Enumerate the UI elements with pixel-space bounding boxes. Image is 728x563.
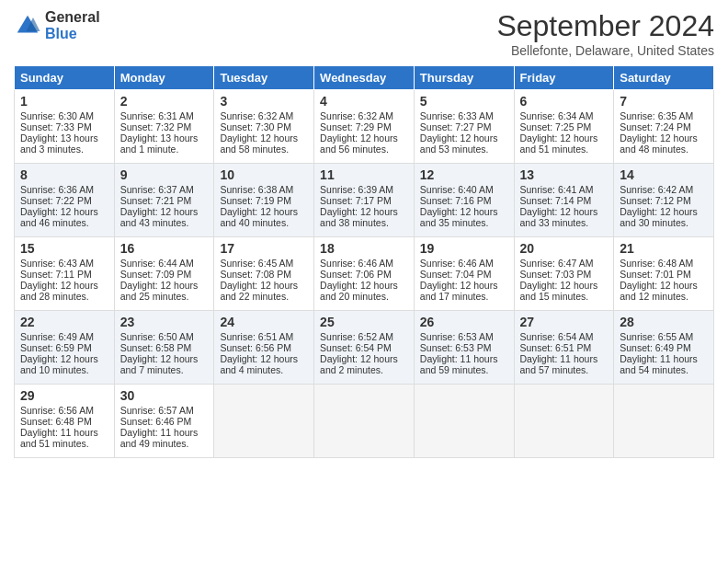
day-info-line: Daylight: 11 hours [120,427,209,438]
day-info-line: Sunset: 6:53 PM [420,342,508,353]
day-number: 6 [520,94,609,109]
day-info-line: Sunrise: 6:46 AM [420,258,508,269]
day-info-line: and 51 minutes. [20,438,108,449]
day-number: 28 [620,315,708,329]
day-info-line: Daylight: 12 hours [320,353,408,364]
day-info-line: Sunset: 7:19 PM [220,195,308,206]
day-info-line: Daylight: 12 hours [320,206,408,217]
day-info-line: Sunset: 7:33 PM [20,121,108,132]
col-monday: Monday [114,66,214,90]
day-info-line: Sunrise: 6:32 AM [220,110,308,121]
title-block: September 2024 Bellefonte, Delaware, Uni… [496,9,714,58]
day-info-line: and 35 minutes. [420,217,508,228]
table-cell: 24Sunrise: 6:51 AMSunset: 6:56 PMDayligh… [214,311,314,385]
day-info-line: Sunset: 7:30 PM [220,121,308,132]
table-cell: 21Sunrise: 6:48 AMSunset: 7:01 PMDayligh… [614,237,714,311]
day-info-line: Sunrise: 6:54 AM [520,331,609,342]
day-number: 20 [520,241,609,256]
day-info-line: Sunrise: 6:40 AM [420,184,508,195]
day-info-line: and 30 minutes. [620,217,708,228]
table-cell: 15Sunrise: 6:43 AMSunset: 7:11 PMDayligh… [15,237,115,311]
day-info-line: Daylight: 12 hours [420,132,508,144]
day-info-line: Daylight: 13 hours [20,132,108,144]
day-info-line: Sunset: 7:04 PM [420,269,508,280]
day-info-line: and 46 minutes. [20,217,108,228]
day-info-line: Sunrise: 6:35 AM [620,110,708,121]
day-number: 25 [320,315,408,329]
day-info-line: Daylight: 12 hours [20,206,108,217]
table-cell [414,385,514,458]
day-info-line: and 28 minutes. [20,291,108,302]
location: Bellefonte, Delaware, United States [496,43,714,58]
day-number: 5 [420,94,508,109]
table-cell: 27Sunrise: 6:54 AMSunset: 6:51 PMDayligh… [514,311,614,385]
day-info-line: Sunrise: 6:43 AM [20,258,108,269]
day-info-line: Sunrise: 6:52 AM [320,331,408,342]
day-info-line: Sunset: 7:01 PM [620,269,708,280]
day-info-line: Sunset: 7:25 PM [520,121,609,132]
day-info-line: Sunset: 6:49 PM [620,342,708,353]
day-info-line: Sunset: 6:59 PM [20,342,108,353]
day-info-line: Sunrise: 6:30 AM [20,110,108,121]
day-info-line: Sunset: 7:24 PM [620,121,708,132]
day-number: 30 [120,388,209,403]
day-info-line: Sunrise: 6:45 AM [220,258,308,269]
calendar-row: 29Sunrise: 6:56 AMSunset: 6:48 PMDayligh… [15,385,714,458]
header: General Blue September 2024 Bellefonte, … [14,9,714,58]
day-info-line: Daylight: 12 hours [20,353,108,364]
table-cell [214,385,314,458]
day-info-line: Sunset: 7:22 PM [20,195,108,206]
day-info-line: Sunset: 6:51 PM [520,342,609,353]
day-info-line: Sunrise: 6:55 AM [620,331,708,342]
day-info-line: and 10 minutes. [20,364,108,375]
day-info-line: Sunset: 7:32 PM [120,121,209,132]
day-number: 12 [420,167,508,182]
table-cell: 8Sunrise: 6:36 AMSunset: 7:22 PMDaylight… [15,164,115,237]
day-info-line: Sunrise: 6:57 AM [120,405,209,416]
table-cell: 12Sunrise: 6:40 AMSunset: 7:16 PMDayligh… [414,164,514,237]
day-info-line: Daylight: 12 hours [420,206,508,217]
table-cell: 17Sunrise: 6:45 AMSunset: 7:08 PMDayligh… [214,237,314,311]
table-cell [614,385,714,458]
day-number: 13 [520,167,609,182]
day-number: 22 [20,315,108,329]
day-info-line: Sunset: 6:48 PM [20,416,108,427]
day-info-line: and 15 minutes. [520,291,609,302]
calendar-row: 22Sunrise: 6:49 AMSunset: 6:59 PMDayligh… [15,311,714,385]
table-cell: 2Sunrise: 6:31 AMSunset: 7:32 PMDaylight… [114,90,214,164]
day-info-line: Daylight: 12 hours [620,206,708,217]
table-cell: 9Sunrise: 6:37 AMSunset: 7:21 PMDaylight… [114,164,214,237]
table-cell: 22Sunrise: 6:49 AMSunset: 6:59 PMDayligh… [15,311,115,385]
day-info-line: and 54 minutes. [620,364,708,375]
table-cell: 14Sunrise: 6:42 AMSunset: 7:12 PMDayligh… [614,164,714,237]
day-info-line: Sunrise: 6:41 AM [520,184,609,195]
day-number: 27 [520,315,609,329]
day-info-line: and 59 minutes. [420,364,508,375]
col-friday: Friday [514,66,614,90]
day-info-line: and 53 minutes. [420,144,508,155]
day-info-line: Sunset: 7:03 PM [520,269,609,280]
day-info-line: Sunrise: 6:53 AM [420,331,508,342]
day-info-line: Sunrise: 6:38 AM [220,184,308,195]
day-info-line: Daylight: 12 hours [120,353,209,364]
day-number: 7 [620,94,708,109]
col-saturday: Saturday [614,66,714,90]
day-number: 29 [20,388,108,403]
day-info-line: Daylight: 11 hours [420,353,508,364]
day-info-line: Sunrise: 6:50 AM [120,331,209,342]
day-info-line: Sunrise: 6:33 AM [420,110,508,121]
day-info-line: Sunrise: 6:44 AM [120,258,209,269]
day-number: 4 [320,94,408,109]
day-info-line: and 17 minutes. [420,291,508,302]
day-info-line: Daylight: 12 hours [320,132,408,144]
day-info-line: Daylight: 12 hours [520,206,609,217]
day-info-line: Daylight: 12 hours [620,132,708,144]
day-info-line: Daylight: 11 hours [520,353,609,364]
table-cell: 11Sunrise: 6:39 AMSunset: 7:17 PMDayligh… [314,164,415,237]
day-info-line: Sunset: 7:11 PM [20,269,108,280]
day-info-line: and 22 minutes. [220,291,308,302]
table-cell: 30Sunrise: 6:57 AMSunset: 6:46 PMDayligh… [114,385,214,458]
day-info-line: Sunrise: 6:32 AM [320,110,408,121]
day-info-line: Daylight: 12 hours [520,280,609,291]
table-cell [514,385,614,458]
